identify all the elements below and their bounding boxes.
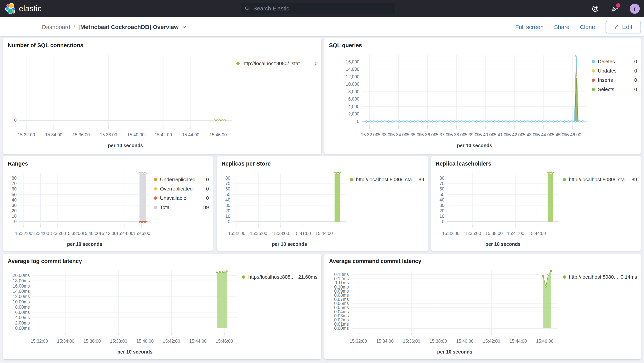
kibana-dashboard-page: elastic <box>0 0 644 363</box>
legend-series-value: 0.14ms <box>620 274 637 280</box>
chart-sql-queries[interactable]: 02,0004,0006,0008,00010,00012,00014,0001… <box>328 49 592 151</box>
notification-dot <box>616 3 620 8</box>
legend-series-dot <box>592 69 595 73</box>
chart-replicas-per-store[interactable]: 0102030405060708015:32:0015:35:0015:38:0… <box>221 168 350 248</box>
svg-text:6.00ms: 6.00ms <box>15 310 30 315</box>
svg-text:15:32:00: 15:32:00 <box>15 231 32 236</box>
chart-svg: 0.00ms2.00ms4.00ms6.00ms8.00ms10.00ms12.… <box>7 265 242 356</box>
logo-wordmark: elastic <box>19 4 42 13</box>
legend-series-value: 89 <box>632 177 637 183</box>
legend-item[interactable]: Selects0 <box>592 87 637 93</box>
dashboard-actions: Full screen Share Clone Edit <box>515 17 641 37</box>
svg-text:8,000: 8,000 <box>348 89 360 94</box>
legend-item[interactable]: Deletes0 <box>592 59 637 65</box>
user-avatar[interactable]: r <box>630 4 640 14</box>
svg-text:per 10 seconds: per 10 seconds <box>272 241 307 247</box>
chart-legend: Deletes0Updates0Inserts0Selects0 <box>592 49 637 151</box>
svg-text:12,000: 12,000 <box>346 74 360 79</box>
chart-svg: 0102030405060708015:32:0015:34:0015:36:0… <box>7 168 154 248</box>
svg-text:15:38:00: 15:38:00 <box>100 132 117 137</box>
svg-text:15:38:00: 15:38:00 <box>485 231 503 236</box>
chart-svg: 02,0004,0006,0008,00010,00012,00014,0001… <box>328 49 592 151</box>
legend-item[interactable]: http://localhost:8080/_sta...89 <box>350 177 424 183</box>
svg-text:80: 80 <box>12 176 16 181</box>
legend-series-label: http://localhost:808... <box>248 274 296 280</box>
legend-series-label: Selects <box>598 87 632 93</box>
share-button[interactable]: Share <box>554 24 570 30</box>
legend-item[interactable]: Overreplicated0 <box>154 186 209 192</box>
svg-text:70: 70 <box>225 181 230 186</box>
legend-item[interactable]: Total89 <box>154 204 209 210</box>
svg-text:0: 0 <box>14 118 16 123</box>
panel-replicas-per-store: Replicas per Store 0102030405060708015:3… <box>217 156 428 251</box>
svg-text:0.00ms: 0.00ms <box>15 326 30 331</box>
svg-text:15:35:00: 15:35:00 <box>250 231 268 236</box>
panel-title: SQL queries <box>329 42 637 49</box>
legend-item[interactable]: http://localhost:8080/_stat...0 <box>236 61 318 67</box>
svg-text:15:46:00: 15:46:00 <box>133 231 150 236</box>
svg-text:6,000: 6,000 <box>348 97 360 102</box>
full-screen-button[interactable]: Full screen <box>515 24 544 30</box>
svg-text:10.00ms: 10.00ms <box>13 299 30 304</box>
svg-text:10: 10 <box>12 214 16 219</box>
svg-text:8.00ms: 8.00ms <box>15 305 30 310</box>
panel-average-log-commit-latency: Average log commit latency 0.00ms2.00ms4… <box>3 254 321 359</box>
svg-text:2.00ms: 2.00ms <box>15 320 30 325</box>
legend-series-dot <box>563 178 566 181</box>
svg-text:15:40:00: 15:40:00 <box>82 231 100 236</box>
panel-title: Replicas per Store <box>222 161 424 167</box>
legend-series-label: Overreplicated <box>160 186 204 192</box>
chart-svg: 0.00ms0.01ms0.02ms0.03ms0.04ms0.05ms0.06… <box>328 265 563 356</box>
news-button[interactable] <box>610 5 619 13</box>
svg-text:20.00ms: 20.00ms <box>13 273 30 278</box>
elastic-logo[interactable]: elastic <box>6 3 42 14</box>
help-button[interactable] <box>591 5 600 13</box>
legend-series-dot <box>592 88 595 91</box>
breadcrumb-dashboard-link[interactable]: Dashboard <box>42 24 70 30</box>
svg-text:15:35:00: 15:35:00 <box>464 231 481 236</box>
svg-text:30: 30 <box>440 203 444 208</box>
panel-average-command-commit-latency: Average command commit latency 0.00ms0.0… <box>324 254 641 359</box>
pencil-icon <box>614 24 620 30</box>
svg-text:30: 30 <box>12 203 16 208</box>
legend-item[interactable]: http://localhost:8080/_sta...89 <box>563 177 637 183</box>
legend-item[interactable]: Underreplicated0 <box>154 177 209 183</box>
legend-item[interactable]: http://localhost:808...21.60ms <box>242 274 318 280</box>
chevron-down-icon[interactable] <box>182 25 187 30</box>
panel-number-of-sql-connections: Number of SQL connections 015:32:0015:34… <box>3 38 321 154</box>
chart-average-command-commit-latency[interactable]: 0.00ms0.01ms0.02ms0.03ms0.04ms0.05ms0.06… <box>328 265 563 356</box>
svg-text:0: 0 <box>14 219 16 224</box>
search-input[interactable] <box>253 5 392 12</box>
svg-text:15:42:00: 15:42:00 <box>163 339 180 344</box>
chart-svg: 0102030405060708015:32:0015:35:0015:38:0… <box>221 168 350 248</box>
svg-text:15:44:00: 15:44:00 <box>182 132 200 137</box>
global-search-bar[interactable] <box>241 3 395 14</box>
svg-text:15:44:00: 15:44:00 <box>316 231 333 236</box>
panel-title: Average command commit latency <box>329 258 637 264</box>
legend-series-value: 0 <box>206 195 209 201</box>
chart-ranges[interactable]: 0102030405060708015:32:0015:34:0015:36:0… <box>7 168 154 248</box>
edit-button[interactable]: Edit <box>606 21 641 34</box>
chart-average-log-commit-latency[interactable]: 0.00ms2.00ms4.00ms6.00ms8.00ms10.00ms12.… <box>7 265 242 356</box>
svg-text:4.00ms: 4.00ms <box>15 315 30 320</box>
svg-text:80: 80 <box>225 176 230 181</box>
legend-item[interactable]: Unavailable0 <box>154 195 209 201</box>
breadcrumb-bar: D Dashboard / [Metricbeat CockroachDB] O… <box>0 17 644 37</box>
avatar-letter: r <box>634 6 636 12</box>
chart-replica-leaseholders[interactable]: 0102030405060708015:32:0015:35:0015:38:0… <box>435 168 563 248</box>
svg-text:per 10 seconds: per 10 seconds <box>485 241 520 247</box>
legend-series-value: 0 <box>315 61 318 67</box>
svg-text:0.13ms: 0.13ms <box>334 272 349 277</box>
legend-series-dot <box>154 206 157 209</box>
svg-text:15:34:00: 15:34:00 <box>376 339 394 344</box>
life-ring-icon <box>592 5 599 12</box>
chart-number-of-sql-connections[interactable]: 015:32:0015:34:0015:36:0015:38:0015:40:0… <box>7 49 236 151</box>
legend-series-label: http://localhost:8080/_stat... <box>242 61 313 67</box>
clone-button[interactable]: Clone <box>580 24 595 30</box>
legend-item[interactable]: http://localhost:8080...0.14ms <box>563 274 637 280</box>
legend-item[interactable]: Inserts0 <box>592 77 637 83</box>
legend-item[interactable]: Updates0 <box>592 68 637 74</box>
legend-series-dot <box>563 275 566 279</box>
legend-series-label: http://localhost:8080/_sta... <box>356 177 416 183</box>
svg-text:15:40:00: 15:40:00 <box>456 339 474 344</box>
